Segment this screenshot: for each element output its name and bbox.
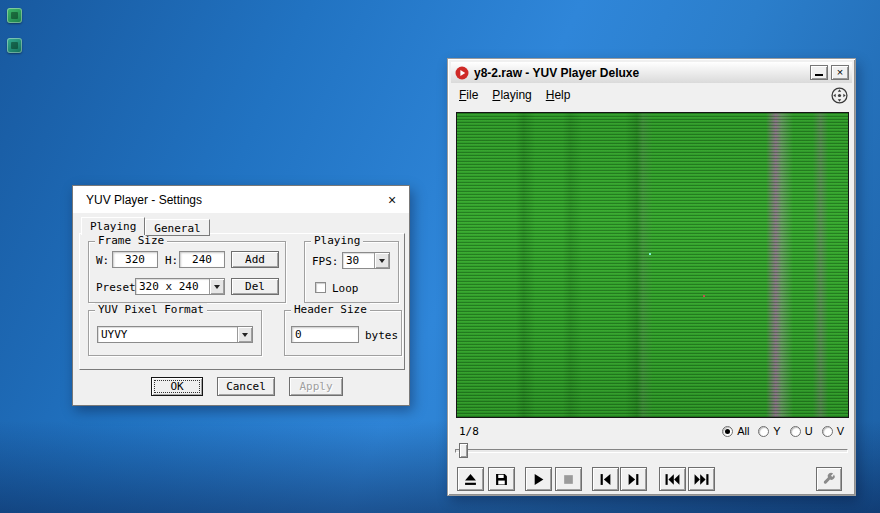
playing-legend: Playing <box>311 234 363 247</box>
channel-radio-y[interactable]: Y <box>758 425 780 437</box>
settings-wrench-button[interactable] <box>816 467 842 491</box>
slider-track <box>455 449 848 453</box>
header-size-group: Header Size bytes <box>284 310 402 356</box>
menu-help[interactable]: Help <box>539 86 578 104</box>
fps-label: FPS: <box>312 255 339 268</box>
channel-selector: All Y U V <box>722 425 844 437</box>
channel-radio-all[interactable]: All <box>722 425 749 437</box>
app-icon <box>455 66 469 80</box>
tab-general[interactable]: General <box>145 219 209 236</box>
seek-slider[interactable] <box>455 442 848 459</box>
height-input[interactable] <box>179 251 225 268</box>
chevron-down-icon[interactable] <box>237 327 252 342</box>
channel-label: Y <box>773 425 780 437</box>
header-size-legend: Header Size <box>291 303 370 316</box>
video-pixel-artifact <box>649 253 651 255</box>
last-frame-button[interactable] <box>688 467 715 491</box>
minimize-icon <box>815 74 823 76</box>
first-frame-button[interactable] <box>659 467 686 491</box>
width-label: W: <box>96 254 109 267</box>
preset-value: 320 x 240 <box>136 279 209 294</box>
tab-playing[interactable]: Playing <box>81 217 145 235</box>
settings-dialog-titlebar[interactable]: YUV Player - Settings × <box>73 186 409 213</box>
player-window: y8-2.raw - YUV Player Deluxe × File Play… <box>447 58 856 496</box>
close-icon[interactable]: × <box>375 186 409 213</box>
desktop-wallpaper: YUV Player - Settings × Playing General … <box>0 0 880 513</box>
save-frame-button[interactable] <box>488 467 515 491</box>
video-canvas <box>456 112 849 418</box>
minimize-button[interactable] <box>810 65 828 80</box>
channel-label: All <box>737 425 749 437</box>
playing-group: Playing FPS: 30 Loop <box>304 241 399 303</box>
preset-combobox[interactable]: 320 x 240 <box>135 278 225 295</box>
four-way-dpad-icon[interactable] <box>831 87 848 104</box>
radio-icon <box>790 426 801 437</box>
del-button[interactable]: Del <box>231 278 279 295</box>
settings-dialog-title: YUV Player - Settings <box>86 193 202 207</box>
player-title: y8-2.raw - YUV Player Deluxe <box>474 66 807 80</box>
chevron-down-icon[interactable] <box>209 279 224 294</box>
header-size-unit: bytes <box>365 329 398 342</box>
pixel-format-legend: YUV Pixel Format <box>95 303 207 316</box>
desktop-icon-1[interactable] <box>7 8 22 23</box>
frame-size-group: Frame Size W: H: Add Preset 320 x 240 De… <box>88 241 286 303</box>
menu-file[interactable]: File <box>452 86 485 104</box>
add-button[interactable]: Add <box>231 251 279 268</box>
preset-label: Preset <box>96 281 136 294</box>
close-button[interactable]: × <box>831 65 849 80</box>
height-label: H: <box>165 254 178 267</box>
pixel-format-value: UYVY <box>98 327 237 342</box>
loop-label: Loop <box>332 282 359 295</box>
radio-icon <box>758 426 769 437</box>
radio-icon <box>822 426 833 437</box>
channel-label: U <box>805 425 813 437</box>
slider-thumb[interactable] <box>459 443 468 458</box>
channel-radio-v[interactable]: V <box>822 425 844 437</box>
channel-label: V <box>837 425 844 437</box>
eject-button[interactable] <box>457 467 484 491</box>
stop-button[interactable] <box>555 467 582 491</box>
pixel-format-group: YUV Pixel Format UYVY <box>88 310 262 356</box>
player-status-row: 1/8 All Y U V <box>459 423 844 439</box>
video-pixel-artifact <box>703 295 705 297</box>
step-forward-button[interactable] <box>620 467 647 491</box>
pixel-format-combobox[interactable]: UYVY <box>97 326 253 343</box>
step-back-button[interactable] <box>592 467 619 491</box>
settings-dialog: YUV Player - Settings × Playing General … <box>72 185 410 406</box>
chevron-down-icon[interactable] <box>374 253 389 268</box>
radio-icon <box>722 426 733 437</box>
player-menubar: File Playing Help <box>452 85 851 105</box>
ok-button[interactable]: OK <box>151 377 203 396</box>
play-button[interactable] <box>525 467 552 491</box>
width-input[interactable] <box>112 251 158 268</box>
settings-tabs: Playing General <box>81 217 210 234</box>
loop-checkbox[interactable] <box>315 282 326 293</box>
desktop-icon-2[interactable] <box>7 38 22 53</box>
cancel-button[interactable]: Cancel <box>217 377 275 396</box>
player-titlebar[interactable]: y8-2.raw - YUV Player Deluxe × <box>451 62 852 83</box>
settings-tab-panel: Frame Size W: H: Add Preset 320 x 240 De… <box>79 233 405 370</box>
apply-button[interactable]: Apply <box>289 377 343 396</box>
menu-playing[interactable]: Playing <box>485 86 538 104</box>
fps-value: 30 <box>343 253 374 268</box>
header-size-input[interactable] <box>291 326 359 343</box>
frame-indicator: 1/8 <box>459 425 479 438</box>
fps-combobox[interactable]: 30 <box>342 252 390 269</box>
channel-radio-u[interactable]: U <box>790 425 813 437</box>
